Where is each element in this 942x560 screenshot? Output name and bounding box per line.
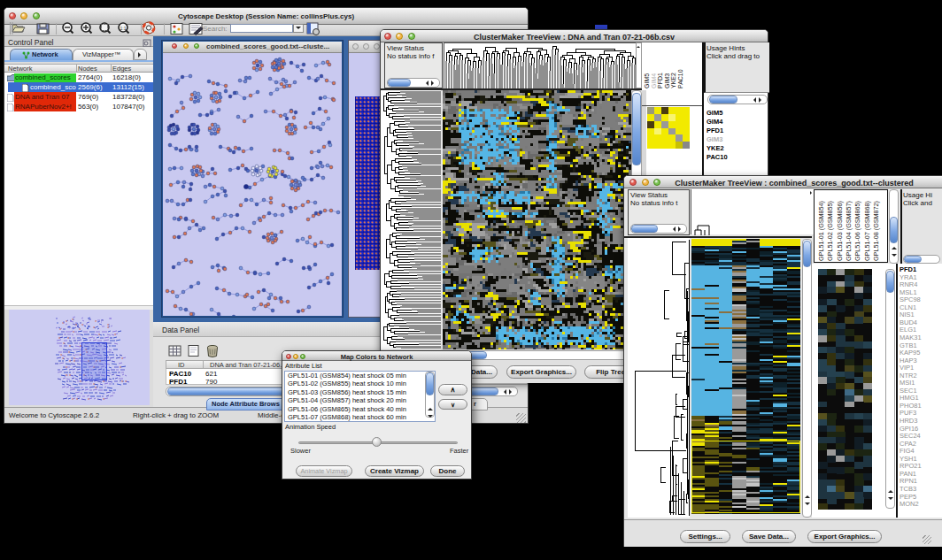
svg-text:1:1: 1:1: [120, 26, 127, 31]
svg-text:GPL51-06 (GSM865): GPL51-06 (GSM865): [853, 201, 861, 261]
svg-text:GPL51-08 (GSM872): GPL51-08 (GSM872): [872, 201, 880, 261]
svg-text:GPL51-04 (GSM857): GPL51-04 (GSM857): [845, 201, 853, 261]
svg-text:PAC10: PAC10: [677, 69, 683, 88]
svg-text:GPL51-02 (GSM855): GPL51-02 (GSM855): [826, 201, 834, 261]
svg-text:GPL51-01 (GSM854): GPL51-01 (GSM854): [817, 201, 825, 261]
svg-text:GPL51-03 (GSM856): GPL51-03 (GSM856): [836, 201, 844, 261]
svg-text:GIM4: GIM4: [651, 73, 657, 88]
svg-text:GIM5: GIM5: [644, 73, 650, 88]
svg-text:GPL51-07 (GSM868): GPL51-07 (GSM868): [863, 201, 871, 261]
svg-text:PFD1: PFD1: [657, 73, 663, 88]
svg-text:YKE2: YKE2: [670, 73, 676, 88]
svg-text:GIM3: GIM3: [664, 73, 670, 88]
